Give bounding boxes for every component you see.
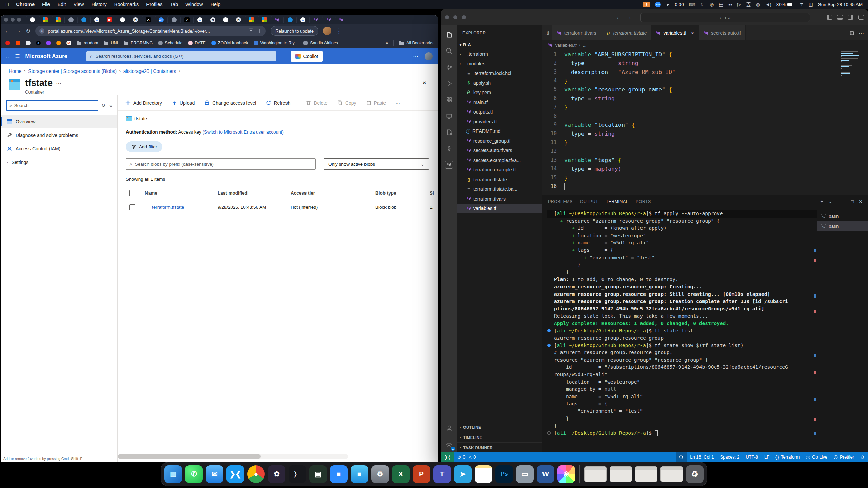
bookmark-item[interactable]: PRGRMNG [123, 41, 153, 45]
sidebar-search-box[interactable]: ⌕ [6, 100, 98, 111]
browser-tab[interactable] [64, 16, 77, 23]
blob-search-box[interactable]: ⌕ [126, 158, 316, 170]
bookmark-item[interactable] [26, 41, 31, 45]
bookmark-item[interactable]: X [36, 41, 41, 45]
browser-tab[interactable] [258, 16, 271, 23]
wifi-status-icon[interactable]: ☂ [800, 2, 804, 7]
dock-excel-icon[interactable]: X [392, 465, 410, 483]
address-bar[interactable]: ● portal.azure.com/#view/Microsoft_Azure… [35, 26, 266, 36]
browser-tab[interactable]: G [296, 16, 309, 23]
dock-powerpoint-icon[interactable]: P [413, 465, 430, 483]
dock-whatsapp-icon[interactable]: ✆ [185, 465, 203, 483]
bookmarks-overflow-icon[interactable]: » [386, 41, 388, 45]
input-source-icon[interactable]: A [746, 2, 751, 7]
status-go-live[interactable]: Go Live [803, 452, 830, 462]
terminal-instance-bash[interactable]: >_bash [817, 211, 868, 221]
volume-status-icon[interactable]: ◄﻿) [765, 2, 771, 7]
browser-tab[interactable] [245, 16, 258, 23]
file-outputs-tf[interactable]: outputs.tf [457, 107, 542, 117]
creative-cloud-icon[interactable]: ◎ [710, 2, 714, 7]
sidebar-item-diagnose-and-solve-problems[interactable]: Diagnose and solve problems [1, 128, 117, 142]
menu-help[interactable]: Help [211, 2, 221, 7]
copy-button[interactable]: Copy [333, 97, 360, 109]
table-row[interactable]: terraform.tfstate 9/28/2025, 10:43:56 AM… [126, 200, 430, 215]
title-more-icon[interactable]: ··· [56, 80, 61, 86]
close-window-button[interactable] [445, 15, 449, 19]
blob-name-link[interactable]: terraform.tfstate [145, 205, 218, 210]
browser-tab[interactable] [283, 16, 296, 23]
more-button[interactable]: ⋯ [391, 97, 404, 109]
section-timeline[interactable]: ›TIMELINE [457, 432, 542, 442]
maximize-panel-icon[interactable]: □ [851, 199, 854, 204]
bookmark-item[interactable] [56, 41, 61, 45]
dock-facetime-icon[interactable]: ■ [351, 465, 368, 483]
cursor-status-icon[interactable]: ➤ [665, 1, 671, 8]
section-outline[interactable]: ›OUTLINE [457, 422, 542, 432]
dock-terminal-icon[interactable]: 〉_ [289, 465, 306, 483]
activity-run-debug-icon[interactable] [441, 76, 457, 91]
refresh-icon[interactable]: ⟳ [102, 103, 106, 108]
file-apply-sh[interactable]: $apply.sh [457, 78, 542, 88]
blob-filter-dropdown[interactable]: Only show active blobs ⌄ [324, 158, 429, 170]
bookmark-item[interactable]: Washington to Riy... [254, 41, 298, 45]
profile-avatar[interactable] [323, 27, 331, 35]
close-panel-icon[interactable]: ✕ [859, 199, 863, 204]
dock-trash-icon[interactable]: ♻ [686, 465, 704, 483]
zoom-window-button[interactable] [462, 15, 466, 19]
timer-status[interactable]: 0:00 [675, 2, 684, 7]
add-filter-button[interactable]: Add filter [126, 141, 162, 152]
remote-indicator[interactable]: ❯❬ [441, 452, 454, 462]
delete-button[interactable]: Delete [301, 97, 331, 109]
waffle-menu-icon[interactable]: ∷ [6, 53, 9, 59]
zoom-window-button[interactable] [17, 18, 21, 22]
tab--tf[interactable]: .tf [542, 25, 552, 40]
file-providers-tf[interactable]: providers.tf [457, 117, 542, 127]
command-center-search[interactable]: ⌕ r-a [640, 13, 810, 22]
minimize-window-button[interactable] [11, 18, 15, 22]
activity-dev-container-icon[interactable] [441, 124, 457, 140]
dock-minimized-window[interactable] [610, 466, 632, 482]
browser-tab[interactable] [271, 16, 283, 23]
nav-back-icon[interactable]: ← [616, 14, 622, 20]
panel-tab-problems[interactable]: PROBLEMS [548, 195, 573, 208]
bookmark-item[interactable]: Schedule [158, 41, 182, 45]
file-secrets-example-tfva-[interactable]: secrets.example.tfva... [457, 156, 542, 165]
back-button[interactable]: ← [5, 27, 11, 34]
reload-button[interactable]: ↻ [26, 27, 31, 35]
terminal[interactable]: [ali ~/Desktop/GitHub Repos/r-a]$ tf app… [542, 208, 817, 452]
menu-chrome[interactable]: Chrome [16, 2, 35, 7]
split-editor-icon[interactable] [849, 30, 854, 36]
dock-design-app-icon[interactable]: ✿ [268, 465, 285, 483]
minimap[interactable] [841, 51, 863, 78]
blob-search-input[interactable] [135, 162, 312, 167]
sidebar-item-overview[interactable]: Overview [1, 115, 117, 128]
dock-launchpad-icon[interactable]: ▦ [164, 465, 182, 483]
dock-photoshop-icon[interactable]: Ps [495, 465, 513, 483]
dock-teams-icon[interactable]: T [433, 465, 451, 483]
customize-layout-icon[interactable] [858, 15, 864, 20]
datetime-status[interactable]: Sun Sep 28 10:45 AM [818, 2, 863, 7]
dock-preview-icon[interactable]: ▭ [516, 465, 534, 483]
azure-search-box[interactable]: ⌕ [86, 51, 276, 61]
sidebar-search-input[interactable] [14, 103, 95, 108]
terminal-dropdown-icon[interactable]: ⌄ [829, 200, 831, 204]
browser-tab[interactable]: H [206, 16, 219, 23]
browser-tab[interactable]: H [129, 16, 142, 23]
activity-search-icon[interactable] [441, 43, 457, 59]
file-modules[interactable]: ›modules [457, 59, 542, 69]
keyboard-status-icon[interactable]: ⌨ [689, 2, 696, 7]
menu-view[interactable]: View [73, 2, 84, 7]
chrome-menu-icon[interactable]: ⋮ [336, 27, 342, 35]
moon-status-icon[interactable]: ☾ [701, 2, 705, 7]
status-spaces-2[interactable]: Spaces: 2 [717, 452, 743, 462]
refresh-button[interactable]: Refresh [261, 97, 294, 109]
dock-system-settings-icon[interactable]: ⚙ [371, 465, 389, 483]
dock-photos-icon[interactable]: ❀ [557, 465, 575, 483]
sidebar-item-settings[interactable]: ›Settings [1, 156, 117, 169]
panel-tab-output[interactable]: OUTPUT [580, 195, 598, 208]
panel-tab-terminal[interactable]: TERMINAL [606, 195, 628, 208]
browser-tab[interactable] [26, 16, 39, 23]
bookmark-item[interactable]: M [66, 41, 71, 45]
bookmark-item[interactable]: Saudia Airlines [303, 41, 338, 45]
activity-settings-icon[interactable]: 1 [441, 437, 457, 452]
